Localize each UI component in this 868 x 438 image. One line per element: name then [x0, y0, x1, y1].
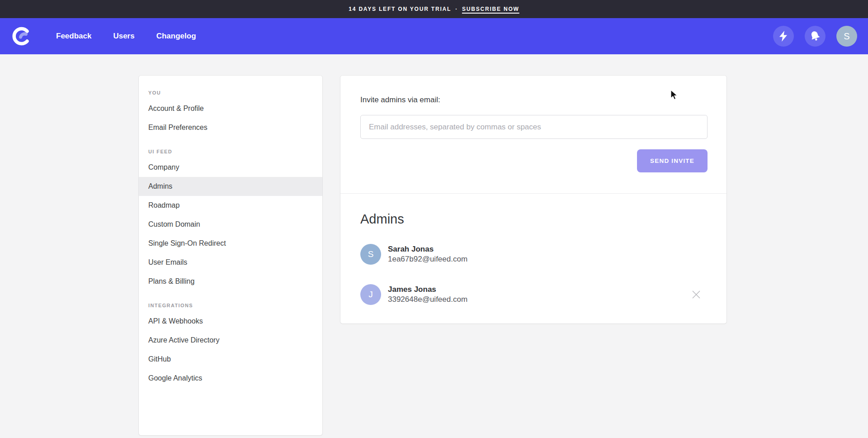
sidebar-item-api-webhooks[interactable]: API & Webhooks	[139, 312, 322, 331]
admin-text: James Jonas 3392648e@uifeed.com	[388, 285, 467, 305]
sidebar-section-title: YOU	[139, 90, 322, 95]
admin-row: S Sarah Jonas 1ea67b92@uifeed.com	[360, 244, 708, 265]
sidebar-section: UI FEED Company Admins Roadmap Custom Do…	[139, 149, 322, 291]
quick-actions-button[interactable]	[773, 26, 794, 47]
subscribe-now-link[interactable]: SUBSCRIBE NOW	[462, 6, 519, 12]
sidebar-section-list: API & Webhooks Azure Active Directory Gi…	[139, 312, 322, 388]
invite-admins-section: Invite admins via email: SEND INVITE	[340, 76, 726, 193]
sidebar-item-custom-domain[interactable]: Custom Domain	[139, 215, 322, 234]
sidebar-item-single-sign-on-redirect[interactable]: Single Sign-On Redirect	[139, 234, 322, 253]
sidebar-section-list: Company Admins Roadmap Custom Domain Sin…	[139, 158, 322, 291]
admin-email: 3392648e@uifeed.com	[388, 295, 467, 305]
avatar: S	[360, 244, 381, 265]
navbar-right: S	[773, 26, 857, 47]
sidebar-item-plans-billing[interactable]: Plans & Billing	[139, 272, 322, 291]
lightning-bolt-icon	[778, 30, 789, 42]
invite-admins-label: Invite admins via email:	[360, 95, 708, 105]
sidebar-item-roadmap[interactable]: Roadmap	[139, 196, 322, 215]
admin-settings-card: Invite admins via email: SEND INVITE Adm…	[340, 76, 726, 324]
sidebar-item-company[interactable]: Company	[139, 158, 322, 177]
invite-actions: SEND INVITE	[360, 149, 708, 172]
sidebar-section: YOU Account & Profile Email Preferences	[139, 90, 322, 137]
sidebar-item-github[interactable]: GitHub	[139, 350, 322, 369]
admin-name: James Jonas	[388, 285, 467, 295]
admins-heading: Admins	[360, 212, 708, 227]
sidebar: YOU Account & Profile Email Preferences …	[139, 76, 322, 435]
navbar-avatar[interactable]: S	[836, 26, 857, 47]
remove-admin-button[interactable]	[691, 290, 701, 300]
admin-text: Sarah Jonas 1ea67b92@uifeed.com	[388, 244, 467, 264]
sidebar-section-list: Account & Profile Email Preferences	[139, 99, 322, 137]
trial-message: 14 DAYS LEFT ON YOUR TRIAL	[349, 6, 451, 12]
navbar: Feedback Users Changelog S	[0, 18, 868, 54]
sidebar-section-title: UI FEED	[139, 149, 322, 154]
avatar: J	[360, 284, 381, 305]
bell-icon	[809, 30, 821, 42]
sidebar-section-title: INTEGRATIONS	[139, 303, 322, 308]
notifications-button[interactable]	[805, 26, 826, 47]
sidebar-item-user-emails[interactable]: User Emails	[139, 253, 322, 272]
nav-link-changelog[interactable]: Changelog	[156, 32, 196, 41]
nav-link-feedback[interactable]: Feedback	[56, 32, 91, 41]
admin-list: S Sarah Jonas 1ea67b92@uifeed.com J Jame…	[360, 244, 708, 305]
nav-links: Feedback Users Changelog	[56, 32, 196, 41]
admin-name: Sarah Jonas	[388, 244, 467, 254]
sidebar-item-admins[interactable]: Admins	[139, 177, 322, 196]
canny-logo-icon[interactable]	[11, 25, 33, 48]
trial-separator: ·	[455, 6, 458, 12]
nav-link-users[interactable]: Users	[113, 32, 134, 41]
sidebar-item-azure-active-directory[interactable]: Azure Active Directory	[139, 331, 322, 350]
admin-row: J James Jonas 3392648e@uifeed.com	[360, 284, 708, 305]
invite-email-input[interactable]	[360, 115, 708, 139]
send-invite-button[interactable]: SEND INVITE	[637, 149, 708, 172]
admins-section: Admins S Sarah Jonas 1ea67b92@uifeed.com…	[340, 194, 726, 305]
sidebar-item-email-preferences[interactable]: Email Preferences	[139, 118, 322, 137]
trial-bar: 14 DAYS LEFT ON YOUR TRIAL · SUBSCRIBE N…	[0, 0, 868, 18]
sidebar-item-google-analytics[interactable]: Google Analytics	[139, 369, 322, 388]
x-icon	[691, 290, 701, 300]
admin-email: 1ea67b92@uifeed.com	[388, 254, 467, 264]
sidebar-section: INTEGRATIONS API & Webhooks Azure Active…	[139, 303, 322, 388]
sidebar-item-account-profile[interactable]: Account & Profile	[139, 99, 322, 118]
